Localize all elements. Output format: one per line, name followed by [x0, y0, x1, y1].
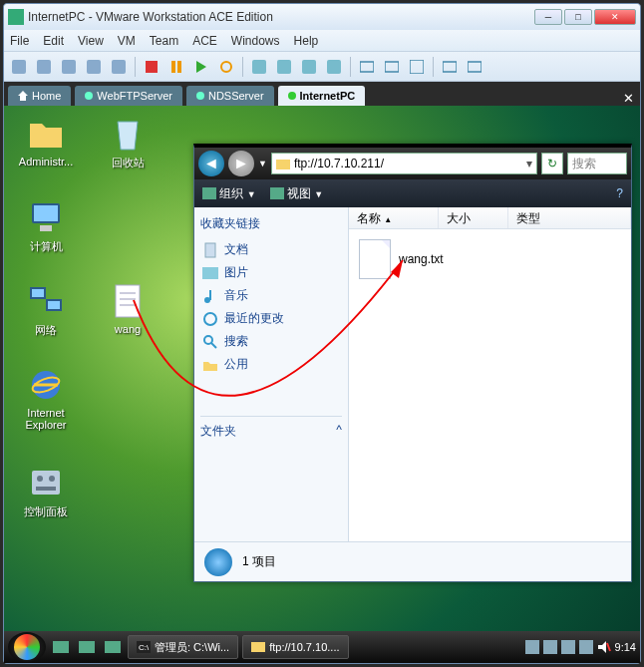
desktop-icon-admin[interactable]: Administr...	[10, 114, 82, 167]
desktop-icon-recycle[interactable]: 回收站	[92, 114, 163, 170]
volume-icon[interactable]	[597, 640, 611, 654]
view-button[interactable]: 视图 ▼	[270, 185, 324, 202]
quicklaunch-icon[interactable]	[76, 636, 98, 658]
svg-rect-40	[270, 187, 284, 199]
file-item-wang[interactable]: wang.txt	[349, 229, 631, 289]
tb-icon[interactable]	[33, 56, 55, 78]
svg-rect-11	[252, 60, 266, 74]
menu-vm[interactable]: VM	[118, 34, 136, 48]
forward-button[interactable]: ►	[228, 151, 254, 176]
svg-rect-4	[87, 60, 101, 74]
tb-icon[interactable]	[273, 56, 295, 78]
svg-text:C:\: C:\	[139, 643, 150, 652]
address-text: ftp://10.7.10.211/	[294, 157, 384, 170]
svg-rect-15	[360, 62, 374, 72]
svg-rect-54	[251, 642, 265, 652]
view-icon[interactable]	[464, 56, 485, 78]
tb-icon[interactable]	[83, 56, 105, 78]
maximize-button[interactable]: □	[564, 9, 592, 25]
tab-internetpc[interactable]: InternetPC	[278, 86, 366, 106]
tb-icon[interactable]	[8, 56, 30, 78]
explorer-main: 名称 ▲ 大小 类型 wang.txt	[349, 207, 631, 541]
svg-rect-34	[32, 471, 60, 495]
minimize-button[interactable]: ─	[534, 9, 562, 25]
tb-icon[interactable]	[323, 56, 345, 78]
fav-pictures[interactable]: 图片	[200, 261, 342, 284]
menu-file[interactable]: File	[10, 34, 29, 48]
vm-toolbar	[4, 52, 640, 82]
desktop-icon-network[interactable]: 网络	[10, 281, 82, 338]
refresh-button[interactable]: ↻	[541, 153, 563, 174]
col-type[interactable]: 类型	[508, 207, 631, 228]
address-dropdown-icon[interactable]: ▾	[526, 157, 532, 170]
running-icon	[288, 92, 296, 100]
fav-search[interactable]: 搜索	[200, 330, 342, 353]
fav-recent[interactable]: 最近的更改	[200, 307, 342, 330]
svg-rect-26	[32, 289, 44, 297]
view-icon[interactable]	[439, 56, 461, 78]
reset-icon[interactable]	[215, 56, 237, 78]
back-button[interactable]: ◄	[198, 151, 224, 176]
start-button[interactable]	[8, 632, 46, 662]
task-explorer[interactable]: ftp://10.7.10....	[242, 635, 348, 659]
tray-icon[interactable]	[525, 640, 539, 654]
svg-line-60	[607, 643, 610, 651]
quicklaunch-icon[interactable]	[50, 636, 72, 658]
tab-webftp[interactable]: WebFTPServer	[75, 86, 182, 106]
task-cmd[interactable]: C:\管理员: C:\Wi...	[128, 635, 238, 659]
address-bar[interactable]: ftp://10.7.10.211/ ▾	[271, 153, 537, 174]
clock[interactable]: 9:14	[615, 641, 636, 653]
running-icon	[85, 92, 93, 100]
view-icon[interactable]	[381, 56, 403, 78]
search-input[interactable]: 搜索	[567, 153, 627, 174]
stop-icon[interactable]	[141, 56, 162, 78]
menu-edit[interactable]: Edit	[43, 34, 64, 48]
desktop-icon-ie[interactable]: InternetExplorer	[10, 365, 82, 431]
fav-music[interactable]: 音乐	[200, 284, 342, 307]
close-button[interactable]: ✕	[594, 9, 636, 25]
help-icon[interactable]: ?	[616, 186, 623, 200]
tb-icon[interactable]	[298, 56, 320, 78]
organize-button[interactable]: 组织 ▼	[202, 185, 256, 202]
folders-toggle[interactable]: 文件夹^	[200, 416, 342, 440]
menu-windows[interactable]: Windows	[231, 34, 280, 48]
fav-documents[interactable]: 文档	[200, 238, 342, 261]
col-size[interactable]: 大小	[439, 207, 508, 228]
fav-public[interactable]: 公用	[200, 353, 342, 376]
snapshot-icon[interactable]	[248, 56, 270, 78]
svg-point-10	[221, 62, 231, 72]
tray-icon[interactable]	[579, 640, 593, 654]
view-icon[interactable]	[356, 56, 378, 78]
svg-rect-42	[202, 267, 218, 279]
menu-team[interactable]: Team	[150, 34, 178, 48]
svg-rect-58	[579, 640, 593, 654]
menu-ace[interactable]: ACE	[192, 34, 217, 48]
tab-nds[interactable]: NDSServer	[186, 86, 274, 106]
play-icon[interactable]	[190, 56, 212, 78]
svg-marker-59	[598, 641, 606, 653]
quicklaunch-icon[interactable]	[102, 636, 124, 658]
tray-icon[interactable]	[543, 640, 557, 654]
col-name[interactable]: 名称 ▲	[349, 207, 439, 228]
pictures-icon	[202, 265, 218, 281]
tab-close-icon[interactable]: ✕	[623, 91, 634, 106]
svg-rect-6	[146, 61, 158, 73]
desktop-icon-controlpanel[interactable]: 控制面板	[10, 463, 82, 519]
tray-icon[interactable]	[561, 640, 575, 654]
menu-view[interactable]: View	[78, 34, 104, 48]
folder-icon	[251, 641, 265, 653]
svg-rect-14	[327, 60, 341, 74]
fullscreen-icon[interactable]	[406, 56, 428, 78]
tab-home[interactable]: Home	[8, 86, 71, 106]
running-icon	[196, 92, 204, 100]
desktop-icon-wang[interactable]: wang	[92, 281, 163, 335]
tb-icon[interactable]	[58, 56, 80, 78]
menu-help[interactable]: Help	[294, 34, 319, 48]
desktop-icon-computer[interactable]: 计算机	[10, 197, 82, 254]
explorer-statusbar: 1 项目	[194, 541, 631, 581]
pause-icon[interactable]	[165, 56, 187, 78]
vm-titlebar: InternetPC - VMware Workstation ACE Edit…	[4, 4, 640, 30]
explorer-window: ◄ ► ▼ ftp://10.7.10.211/ ▾ ↻ 搜索 组织 ▼ 视图 …	[193, 144, 632, 582]
tb-icon[interactable]	[108, 56, 130, 78]
nav-dropdown-icon[interactable]: ▼	[258, 159, 267, 168]
